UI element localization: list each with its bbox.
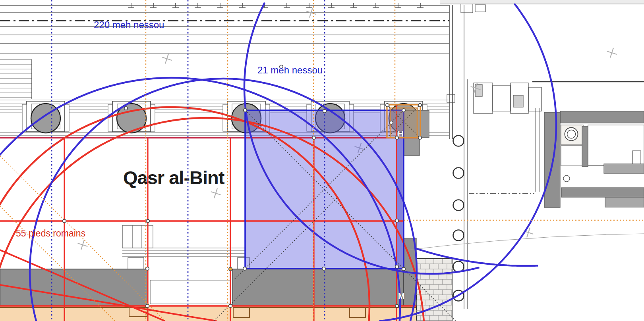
construction-point[interactable]	[390, 121, 393, 124]
construction-point[interactable]	[146, 219, 149, 223]
point-label-h: H	[398, 129, 403, 138]
construction-overlay[interactable]	[0, 0, 644, 321]
construction-point[interactable]	[418, 136, 422, 139]
blue-construction-arc[interactable]	[416, 248, 538, 266]
red-diagonal	[0, 250, 165, 321]
dark-blue-stripe	[397, 138, 404, 269]
construction-point[interactable]	[312, 136, 315, 139]
orange-square-inner	[390, 108, 417, 138]
construction-point[interactable]	[244, 109, 247, 112]
construction-point[interactable]	[395, 219, 398, 222]
construction-point[interactable]	[146, 267, 149, 270]
construction-point[interactable]	[402, 109, 405, 112]
construction-point[interactable]	[63, 219, 66, 223]
construction-point[interactable]	[395, 304, 398, 308]
construction-point[interactable]	[322, 267, 325, 270]
construction-point[interactable]	[386, 104, 389, 107]
label-21-meh-nessou[interactable]: 21 meh nessou	[257, 65, 323, 76]
construction-point[interactable]	[243, 267, 246, 270]
construction-point[interactable]	[402, 267, 405, 271]
construction-point[interactable]	[229, 304, 232, 308]
construction-point[interactable]	[323, 110, 326, 113]
label-220-meh-nessou[interactable]: 220 meh nessou	[94, 19, 164, 31]
construction-point[interactable]	[418, 104, 422, 107]
label-55-pieds-romains[interactable]: 55 pieds romains	[16, 228, 85, 239]
geometry-canvas[interactable]: Qasr al-Bint 220 meh nessou 21 meh nesso…	[0, 0, 644, 321]
construction-point-orange[interactable]	[229, 267, 232, 271]
construction-point[interactable]	[124, 107, 128, 110]
point-label-m: M	[398, 292, 405, 301]
orange-dotted-diagonal	[0, 206, 115, 321]
blue-construction-arc[interactable]	[379, 4, 556, 321]
construction-point[interactable]	[146, 304, 149, 308]
construction-point[interactable]	[395, 265, 398, 268]
